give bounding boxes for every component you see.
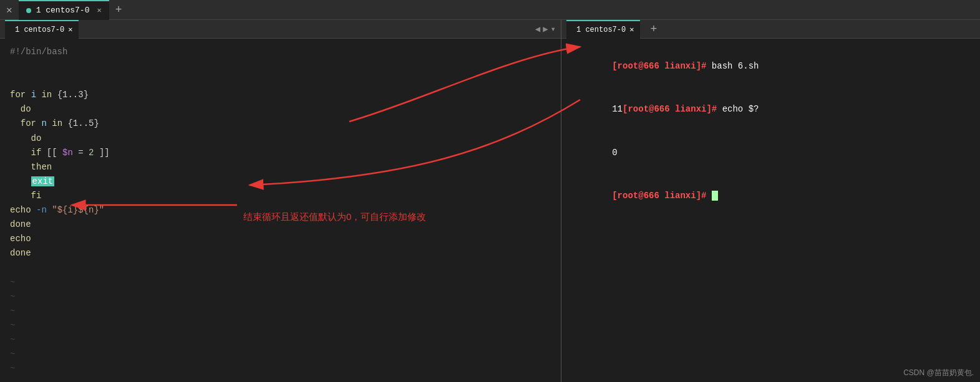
tilde-7: ~	[10, 361, 551, 376]
tilde-1: ~	[10, 275, 551, 290]
editor-tab[interactable]: 1 centos7-0 ✕	[5, 20, 79, 39]
code-line-16	[10, 260, 551, 275]
tilde-5: ~	[10, 333, 551, 347]
editor-top-bar: 1 centos7-0 ✕ ◀ ▶ ▾	[0, 20, 561, 39]
nav-arrows: ◀ ▶ ▾	[535, 24, 556, 34]
main-content: 1 centos7-0 ✕ ◀ ▶ ▾ #!/bin/bash for i in…	[0, 20, 980, 382]
terminal-tab[interactable]: 1 centos7-0 ✕	[566, 20, 640, 39]
code-line-3	[10, 74, 551, 88]
nav-menu[interactable]: ▾	[551, 24, 556, 34]
terminal-line-1: [root@666 lianxi]# bash 6.sh	[570, 45, 971, 88]
terminal-prompt-3: [root@666 lianxi]#	[612, 191, 706, 201]
left-tab-label: 1 centos7-0	[36, 6, 90, 15]
terminal-prompt-2: [root@666 lianxi]#	[623, 104, 717, 114]
tilde-3: ~	[10, 304, 551, 318]
terminal-add-tab[interactable]: +	[644, 23, 663, 36]
terminal-tab-close[interactable]: ✕	[629, 25, 634, 34]
close-button[interactable]: ✕	[0, 4, 19, 16]
code-line-12: echo -n "${i}${n}"	[10, 203, 551, 217]
code-line-5: do	[10, 102, 551, 117]
terminal-line-4: [root@666 lianxi]#	[570, 174, 971, 217]
nav-forward[interactable]: ▶	[543, 24, 548, 34]
code-line-11: fi	[10, 189, 551, 203]
terminal-top-bar: 1 centos7-0 ✕ +	[561, 20, 980, 39]
nav-back[interactable]: ◀	[535, 24, 540, 34]
watermark: CSDN @苗苗奶黄包.	[903, 368, 974, 378]
tilde-4: ~	[10, 318, 551, 333]
terminal-content[interactable]: [root@666 lianxi]# bash 6.sh 11[root@666…	[561, 39, 980, 382]
code-line-10: exit	[10, 174, 551, 189]
add-tab-button[interactable]: +	[109, 4, 129, 16]
terminal-line-2: 11[root@666 lianxi]# echo $?	[570, 88, 971, 131]
terminal-cursor	[712, 191, 718, 201]
code-line-14: echo	[10, 232, 551, 246]
code-line-7: do	[10, 131, 551, 146]
terminal-cmd-2: echo $?	[717, 104, 759, 114]
terminal-line-3: 0	[570, 131, 971, 174]
terminal-tab-label: 1 centos7-0	[576, 26, 626, 34]
code-area[interactable]: #!/bin/bash for i in {1..3} do for n in …	[0, 39, 561, 382]
terminal-prompt-1: [root@666 lianxi]#	[612, 61, 706, 71]
terminal-cmd-3	[706, 191, 711, 201]
editor-pane: 1 centos7-0 ✕ ◀ ▶ ▾ #!/bin/bash for i in…	[0, 20, 561, 382]
code-line-9: then	[10, 160, 551, 174]
code-line-1: #!/bin/bash	[10, 45, 551, 59]
left-tab-active[interactable]: 1 centos7-0 ✕	[19, 0, 109, 20]
terminal-output-1: 11	[612, 104, 623, 114]
terminal-cmd-1: bash 6.sh	[706, 61, 759, 71]
tab-status-dot	[26, 8, 31, 13]
code-line-2	[10, 59, 551, 74]
tilde-2: ~	[10, 290, 551, 304]
code-line-8: if [[ $n = 2 ]]	[10, 146, 551, 160]
terminal-pane: 1 centos7-0 ✕ + [root@666 lianxi]# bash …	[561, 20, 980, 382]
editor-tab-close[interactable]: ✕	[68, 25, 72, 34]
code-line-13: done	[10, 217, 551, 232]
editor-tab-label: 1 centos7-0	[15, 26, 64, 34]
code-line-6: for n in {1..5}	[10, 117, 551, 131]
left-tab-close[interactable]: ✕	[97, 6, 101, 15]
terminal-output-2: 0	[612, 148, 617, 158]
code-line-4: for i in {1..3}	[10, 88, 551, 102]
code-line-15: done	[10, 246, 551, 260]
tilde-6: ~	[10, 347, 551, 361]
